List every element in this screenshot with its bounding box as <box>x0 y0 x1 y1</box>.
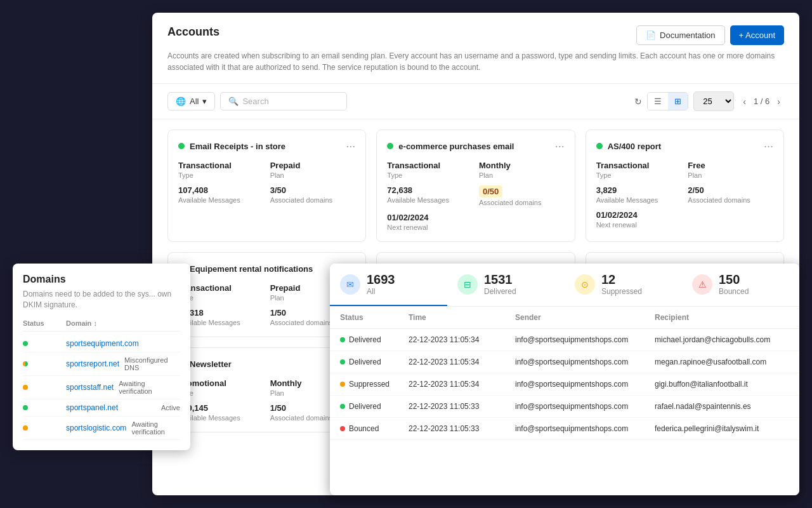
account-name: AS/400 report <box>608 142 662 151</box>
stat-icon: ✉ <box>340 274 360 295</box>
status-col-header: Status <box>23 319 61 327</box>
domain-link[interactable]: sportspanel.net <box>66 403 156 412</box>
email-row: Delivered 22-12-2023 11:05:33 info@sport… <box>330 396 799 418</box>
more-options-button[interactable]: ··· <box>555 140 565 152</box>
sender-header: Sender <box>515 313 650 322</box>
domain-link[interactable]: sportsstaff.net <box>66 383 114 392</box>
stat-label: Suppressed <box>601 287 642 296</box>
domain-status-text: Active <box>161 404 180 411</box>
status-indicator <box>596 143 603 149</box>
card-title-row: Equipement rental notifications <box>178 264 313 274</box>
status-indicator <box>178 143 185 149</box>
domains-key: Associated domains <box>270 196 356 204</box>
domains-subtitle: Domains need to be added to the sys... o… <box>23 289 180 311</box>
card-header: Newsletter ··· <box>178 358 355 370</box>
stat-label: Delivered <box>484 287 516 296</box>
messages-value: 107,408 <box>178 185 264 195</box>
domain-status-cell <box>23 385 61 390</box>
email-sender: info@sportsequipmentshops.com <box>515 335 650 344</box>
account-card: Email Receipts - in store ··· Transactio… <box>167 130 366 242</box>
email-status-text: Delivered <box>349 402 381 411</box>
domain-row: sportsreport.net Misconfigured DNS <box>23 352 180 376</box>
stat-number: 1531 <box>484 272 516 287</box>
docs-button[interactable]: 📄 Documentation <box>636 25 724 45</box>
type-value: Transactional <box>596 161 682 170</box>
search-box[interactable]: 🔍 Search <box>220 92 347 110</box>
grid-view-button[interactable]: ⊞ <box>668 93 688 110</box>
domains-key: Associated domains <box>479 199 565 206</box>
accounts-subtitle: Accounts are created when subscribing to… <box>167 50 784 73</box>
domains-title: Domains <box>23 274 180 285</box>
email-status-dot <box>340 359 345 364</box>
messages-value: 43,318 <box>178 308 264 318</box>
email-status: Delivered <box>340 335 403 344</box>
email-sender: info@sportsequipmentshops.com <box>515 358 650 366</box>
account-name: Email Receipts - in store <box>190 142 285 151</box>
emails-rows: Delivered 22-12-2023 11:05:34 info@sport… <box>330 329 799 440</box>
toolbar: 🌐 All ▾ 🔍 Search ↻ ☰ ⊞ 25 50 100 ‹ 1 / 6… <box>152 84 799 119</box>
email-recipient: federica.pellegrini@italyswim.it <box>655 424 789 433</box>
domains-value: 3/50 <box>270 185 356 195</box>
card-title-row: Email Receipts - in store <box>178 142 285 151</box>
type-key: Type <box>178 389 264 397</box>
filter-select[interactable]: 🌐 All ▾ <box>167 92 215 110</box>
domain-row: sportsequipment.com <box>23 335 180 352</box>
stat-tab-all[interactable]: ✉ 1693 All <box>330 264 447 306</box>
email-status-text: Bounced <box>349 424 379 433</box>
more-options-button[interactable]: ··· <box>346 140 355 152</box>
email-status-dot <box>340 337 345 342</box>
plan-value: Monthly <box>479 161 565 170</box>
refresh-icon[interactable]: ↻ <box>634 97 642 107</box>
more-options-button[interactable]: ··· <box>764 140 773 152</box>
plan-value: Free <box>688 161 773 170</box>
email-row: Suppressed 22-12-2023 11:05:34 info@spor… <box>330 373 799 396</box>
email-recipient: michael.jordan@chicagobulls.com <box>655 335 789 344</box>
time-header: Time <box>409 313 510 322</box>
domain-status-dot <box>23 361 28 366</box>
card-stats: Transactional Type Monthly Plan 72,638 A… <box>387 161 564 231</box>
domain-row: sportsstaff.net Awaiting verification <box>23 376 180 399</box>
card-title-row: AS/400 report <box>596 142 662 151</box>
messages-value: 72,638 <box>387 185 473 195</box>
card-header: Equipement rental notifications ··· <box>178 263 355 274</box>
next-page-button[interactable]: › <box>773 95 784 108</box>
card-stats: Transactional Type Prepaid Plan 43,318 A… <box>178 283 355 326</box>
header-buttons: 📄 Documentation + Account <box>636 25 784 45</box>
card-stats: Transactional Type Prepaid Plan 107,408 … <box>178 161 355 204</box>
email-status-text: Suppressed <box>349 380 390 389</box>
domain-link[interactable]: sportsequipment.com <box>66 339 175 348</box>
renewal-label: Next renewal <box>596 221 682 229</box>
page-size-select[interactable]: 25 50 100 <box>693 91 734 111</box>
email-time: 22-12-2023 11:05:34 <box>409 335 510 344</box>
messages-key: Available Messages <box>178 196 264 204</box>
stat-tab-suppressed[interactable]: ⊙ 12 Suppressed <box>565 264 682 306</box>
domain-row: sportslogistic.com Awaiting verification <box>23 417 180 440</box>
domain-link[interactable]: sportslogistic.com <box>66 424 126 432</box>
domains-value: 0/50 <box>479 185 502 197</box>
status-header: Status <box>340 313 403 322</box>
pagination: ‹ 1 / 6 › <box>739 95 784 108</box>
stat-label: All <box>367 287 395 296</box>
stats-row: ✉ 1693 All ⊟ 1531 Delivered ⊙ 12 Suppres… <box>330 264 799 307</box>
prev-page-button[interactable]: ‹ <box>739 95 750 108</box>
type-key: Type <box>178 294 264 302</box>
messages-value: 249,145 <box>178 403 264 413</box>
email-status: Bounced <box>340 424 403 433</box>
list-view-button[interactable]: ☰ <box>648 93 668 110</box>
page-indicator: 1 / 6 <box>754 97 769 106</box>
domain-link[interactable]: sportsreport.net <box>66 359 119 368</box>
add-account-button[interactable]: + Account <box>730 25 784 45</box>
domain-status-dot <box>23 341 28 346</box>
emails-table-header: Status Time Sender Recipient <box>330 307 799 329</box>
messages-value: 3,829 <box>596 185 682 195</box>
card-header: e-commerce purchases email ··· <box>387 140 564 152</box>
email-sender: info@sportsequipmentshops.com <box>515 402 650 411</box>
messages-key: Available Messages <box>596 196 682 204</box>
stat-tab-bounced[interactable]: ⚠ 150 Bounced <box>682 264 799 306</box>
card-header: AS/400 report ··· <box>596 140 773 152</box>
renewal-value: 01/02/2024 <box>596 210 682 220</box>
email-status-dot <box>340 426 345 431</box>
account-card: AS/400 report ··· Transactional Type Fre… <box>586 130 784 242</box>
emails-panel: ✉ 1693 All ⊟ 1531 Delivered ⊙ 12 Suppres… <box>330 264 799 495</box>
stat-tab-delivered[interactable]: ⊟ 1531 Delivered <box>447 264 565 306</box>
